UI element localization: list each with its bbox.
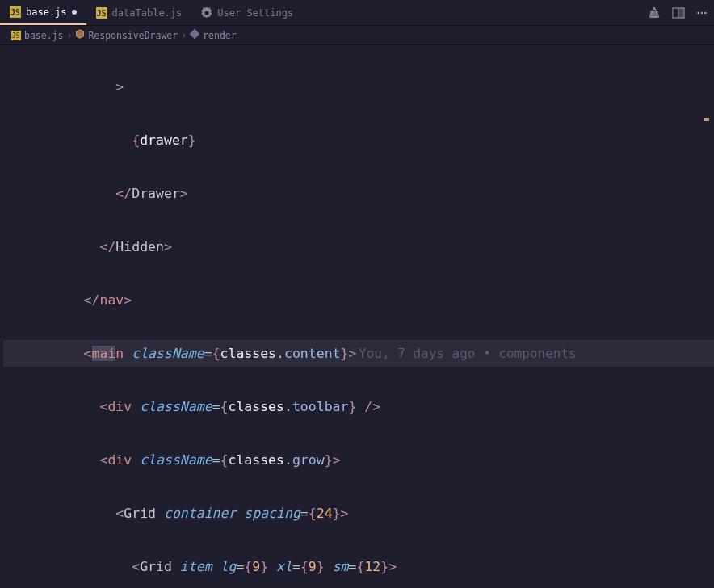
breadcrumb-file[interactable]: base.js: [24, 30, 63, 41]
chevron-right-icon: ›: [66, 30, 72, 41]
html-tag: div: [107, 452, 132, 468]
dirty-indicator-icon: [72, 10, 77, 15]
variable: drawer: [140, 132, 188, 148]
split-editor-icon[interactable]: [672, 6, 685, 19]
attr: xl: [276, 559, 292, 574]
tabs-left: JS base.js JS dataTable.js User Settings: [0, 0, 303, 25]
attr: spacing: [244, 506, 300, 521]
variable: classes: [228, 399, 284, 414]
attr: className: [140, 399, 212, 414]
tab-user-settings[interactable]: User Settings: [191, 0, 303, 25]
svg-point-4: [701, 11, 704, 14]
breadcrumb: JS base.js › ResponsiveDrawer › render: [0, 26, 714, 45]
component-tag: Grid: [140, 559, 172, 574]
code-content[interactable]: > {drawer} </Drawer> </Hidden> </nav> <m…: [3, 45, 698, 588]
property: toolbar: [292, 399, 349, 414]
attr: item: [180, 559, 212, 574]
js-icon: JS: [11, 31, 21, 40]
tabs-right-actions: [648, 6, 714, 19]
number: 9: [309, 559, 317, 574]
more-icon[interactable]: [696, 6, 708, 19]
number: 9: [252, 559, 260, 574]
component-tag: Drawer: [132, 186, 180, 201]
property: grow: [292, 452, 325, 468]
tab-bar: JS base.js JS dataTable.js User Settings: [0, 0, 714, 26]
class-icon: [75, 29, 85, 41]
breadcrumb-class[interactable]: ResponsiveDrawer: [88, 30, 178, 41]
property: content: [284, 346, 341, 361]
html-tag: nav: [99, 292, 124, 308]
tab-datatable-js[interactable]: JS dataTable.js: [86, 0, 192, 25]
js-icon: JS: [96, 7, 107, 19]
minimap[interactable]: [698, 45, 714, 588]
html-tag: div: [107, 399, 132, 414]
number: 24: [317, 506, 333, 521]
svg-point-5: [704, 11, 707, 14]
component-tag: Hidden: [116, 239, 164, 254]
editor[interactable]: > {drawer} </Drawer> </Hidden> </nav> <m…: [0, 45, 714, 588]
variable: classes: [220, 346, 277, 361]
js-icon: JS: [10, 6, 21, 18]
breadcrumb-method[interactable]: render: [203, 30, 237, 41]
tab-label: dataTable.js: [112, 7, 183, 19]
method-icon: [190, 29, 200, 41]
variable: classes: [228, 452, 284, 468]
settings-icon: [201, 7, 212, 19]
debug-icon[interactable]: [648, 6, 661, 19]
minimap-highlight-icon: [704, 118, 709, 121]
svg-rect-6: [190, 29, 200, 39]
chevron-right-icon: ›: [181, 30, 187, 41]
svg-point-3: [697, 11, 699, 14]
attr: className: [140, 452, 212, 468]
attr: className: [132, 346, 204, 361]
number: 12: [364, 559, 380, 574]
component-tag: Grid: [124, 506, 156, 521]
attr: lg: [220, 559, 237, 574]
tab-base-js[interactable]: JS base.js: [0, 0, 86, 25]
attr: sm: [333, 559, 349, 574]
tab-label: User Settings: [217, 7, 293, 19]
tab-label: base.js: [26, 6, 67, 18]
svg-rect-1: [679, 8, 684, 18]
git-blame-annotation: You, 7 days ago • components: [359, 340, 577, 367]
attr: container: [164, 506, 236, 521]
